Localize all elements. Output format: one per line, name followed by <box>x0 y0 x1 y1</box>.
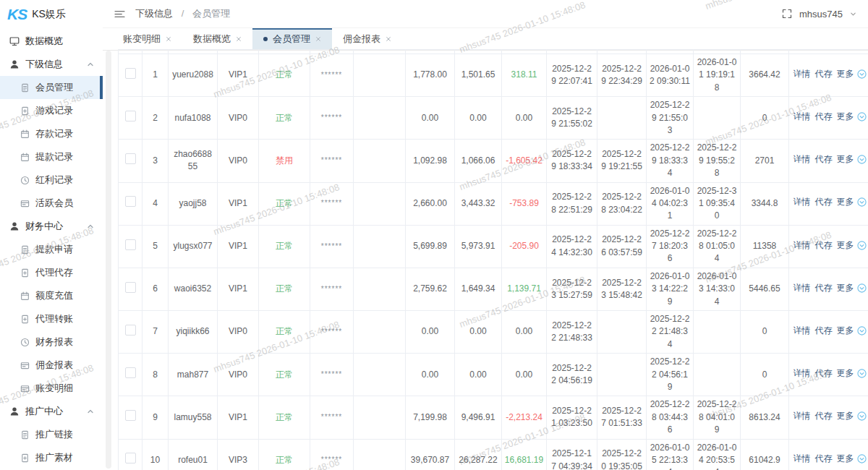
circle-chevron-down-icon[interactable] <box>857 197 867 210</box>
action-agent-deposit[interactable]: 代存 <box>815 240 833 250</box>
action-agent-deposit[interactable]: 代存 <box>815 154 833 164</box>
cell-money2: 1,501.65 <box>455 54 502 97</box>
user-icon <box>9 221 20 231</box>
sidebar-subitem[interactable]: 提款记录 <box>0 145 103 168</box>
fullscreen-icon[interactable] <box>782 9 792 19</box>
action-more[interactable]: 更多 <box>837 453 854 463</box>
sidebar-subitem[interactable]: 推广素材 <box>0 446 103 469</box>
action-agent-deposit[interactable]: 代存 <box>815 197 833 207</box>
circle-chevron-down-icon[interactable] <box>857 69 867 82</box>
row-checkbox[interactable] <box>125 153 136 164</box>
action-detail[interactable]: 详情 <box>793 197 811 207</box>
close-icon[interactable] <box>386 36 391 42</box>
sidebar-subitem[interactable]: 佣金报表 <box>0 354 103 377</box>
row-checkbox[interactable] <box>125 410 136 421</box>
action-agent-deposit[interactable]: 代存 <box>815 453 833 463</box>
action-agent-deposit[interactable]: 代存 <box>815 283 833 293</box>
action-detail[interactable]: 详情 <box>793 411 811 421</box>
action-detail[interactable]: 详情 <box>793 368 811 378</box>
action-detail[interactable]: 详情 <box>793 69 811 79</box>
circle-chevron-down-icon[interactable] <box>857 283 867 296</box>
username[interactable]: mhsus745 <box>799 9 843 20</box>
action-agent-deposit[interactable]: 代存 <box>815 411 833 421</box>
action-detail[interactable]: 详情 <box>793 154 811 164</box>
tab-2[interactable]: 数据概览 <box>182 28 252 50</box>
row-checkbox[interactable] <box>125 325 136 336</box>
tab-3[interactable]: 会员管理 <box>252 28 332 50</box>
cell-idx: 1 <box>142 54 169 97</box>
action-detail[interactable]: 详情 <box>793 111 811 121</box>
action-more[interactable]: 更多 <box>837 411 854 421</box>
cell-money1: 0.00 <box>406 354 455 396</box>
row-checkbox[interactable] <box>125 453 136 463</box>
cell-pwd: ****** <box>310 182 354 225</box>
close-icon[interactable] <box>315 36 321 42</box>
cell-vip: VIP0 <box>218 97 259 140</box>
action-agent-deposit[interactable]: 代存 <box>815 325 833 336</box>
sidebar-subitem[interactable]: 额度充值 <box>0 284 103 307</box>
sidebar-group-header[interactable]: 推广中心 <box>0 400 103 423</box>
cell-date3: 2025-12-22 04:56:19 <box>647 354 694 396</box>
action-detail[interactable]: 详情 <box>793 283 811 293</box>
row-checkbox[interactable] <box>125 68 136 79</box>
sidebar-group-header[interactable]: 下级信息 <box>0 53 103 76</box>
sidebar-subitem[interactable]: 提款申请 <box>0 238 103 261</box>
circle-chevron-down-icon[interactable] <box>857 326 867 339</box>
action-detail[interactable]: 详情 <box>793 453 811 463</box>
action-agent-deposit[interactable]: 代存 <box>815 111 833 121</box>
action-detail[interactable]: 详情 <box>793 325 811 336</box>
circle-chevron-down-icon[interactable] <box>857 112 867 125</box>
sidebar-subitem[interactable]: 代理代存 <box>0 261 103 284</box>
row-checkbox[interactable] <box>125 196 136 207</box>
action-agent-deposit[interactable]: 代存 <box>815 368 833 378</box>
tab-4[interactable]: 佣金报表 <box>332 28 402 50</box>
sidebar-subitem-label: 额度充值 <box>35 289 73 302</box>
action-more[interactable]: 更多 <box>837 325 854 336</box>
sidebar-subitem[interactable]: 账变明细 <box>0 377 103 400</box>
row-checkbox[interactable] <box>125 282 136 293</box>
action-more[interactable]: 更多 <box>837 240 854 250</box>
row-checkbox[interactable] <box>125 367 136 378</box>
circle-chevron-down-icon[interactable] <box>857 155 867 168</box>
circle-chevron-down-icon[interactable] <box>857 411 867 424</box>
sidebar-subitem[interactable]: 存款记录 <box>0 122 103 145</box>
sidebar-subitem[interactable]: 代理转账 <box>0 307 103 330</box>
action-more[interactable]: 更多 <box>837 197 854 207</box>
tab-1[interactable]: 账变明细 <box>112 28 182 50</box>
action-more[interactable]: 更多 <box>837 111 854 121</box>
action-more[interactable]: 更多 <box>837 154 854 164</box>
sidebar-subitem-label: 会员管理 <box>35 81 73 94</box>
cell-date1: 2025-12-17 04:39:34 <box>547 439 597 470</box>
sidebar-item-label: 数据概览 <box>25 35 63 48</box>
action-more[interactable]: 更多 <box>837 283 854 293</box>
action-agent-deposit[interactable]: 代存 <box>815 69 833 79</box>
circle-chevron-down-icon[interactable] <box>857 369 867 382</box>
cell-money2: 0.00 <box>455 97 502 140</box>
row-checkbox[interactable] <box>125 239 136 250</box>
cell-actions: 详情代存更多 <box>789 97 868 140</box>
sidebar-subitem[interactable]: 推广链接 <box>0 423 103 446</box>
sidebar-subitem[interactable]: 财务报表 <box>0 330 103 354</box>
circle-chevron-down-icon[interactable] <box>857 241 867 254</box>
cell-money1: 2,759.62 <box>406 268 455 310</box>
circle-chevron-down-icon[interactable] <box>857 454 867 467</box>
cell-blank <box>354 354 406 396</box>
action-more[interactable]: 更多 <box>837 69 854 79</box>
close-icon[interactable] <box>236 36 242 42</box>
action-more[interactable]: 更多 <box>837 368 854 378</box>
action-detail[interactable]: 详情 <box>793 240 811 250</box>
cell-username: yiqiikk66 <box>169 311 218 354</box>
sidebar-subitem[interactable]: 会员管理 <box>0 76 103 99</box>
sidebar-subitem[interactable]: 游戏记录 <box>0 99 103 122</box>
close-icon[interactable] <box>166 36 171 42</box>
hamburger-icon[interactable] <box>114 9 125 19</box>
cell-date4 <box>694 311 741 354</box>
sidebar-group-header[interactable]: 财务中心 <box>0 215 103 238</box>
sidebar-subitem[interactable]: 红利记录 <box>0 168 103 192</box>
sidebar-item[interactable]: 数据概览 <box>0 30 103 53</box>
vertical-scrollbar[interactable] <box>106 51 111 469</box>
breadcrumb-parent[interactable]: 下级信息 <box>135 8 173 19</box>
row-checkbox[interactable] <box>125 111 136 121</box>
sidebar-subitem[interactable]: 活跃会员 <box>0 192 103 215</box>
chevron-down-icon[interactable] <box>850 11 856 17</box>
